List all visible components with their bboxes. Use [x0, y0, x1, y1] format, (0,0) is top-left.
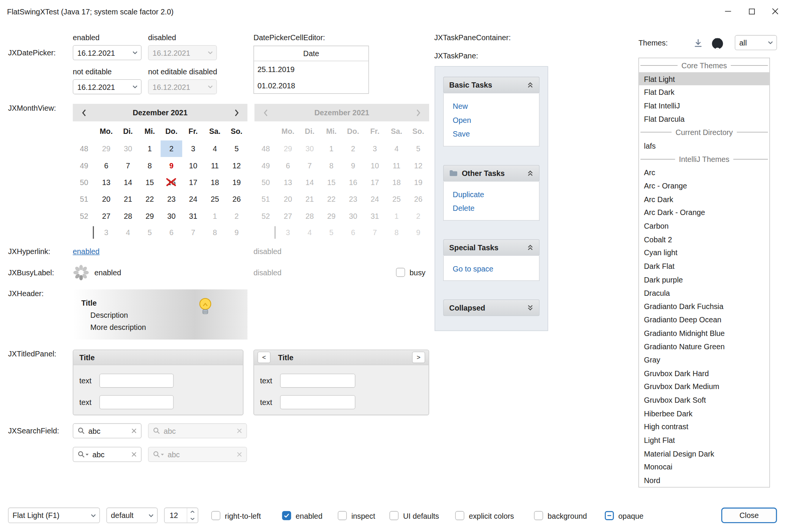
calendar-day[interactable]: 6 — [161, 224, 182, 241]
datepicker-enabled[interactable]: 16.12.2021 — [73, 45, 142, 60]
maximize-button[interactable] — [740, 0, 763, 23]
theme-list-item[interactable]: Dark Flat — [639, 259, 770, 273]
theme-list-item[interactable]: High contrast — [639, 420, 770, 433]
theme-list-item[interactable]: Flat Darcula — [639, 112, 770, 126]
github-icon[interactable] — [710, 36, 725, 51]
calendar-day[interactable]: 19 — [226, 174, 247, 191]
calendar-day[interactable]: 22 — [139, 191, 161, 207]
checkbox-box[interactable] — [389, 511, 398, 520]
theme-list-item[interactable]: Hiberbee Dark — [639, 407, 770, 420]
calendar-day[interactable]: 17 — [182, 174, 204, 191]
next-month-button[interactable] — [231, 108, 241, 118]
theme-list-item[interactable]: Dracula — [639, 286, 770, 300]
taskpane-link[interactable]: New — [444, 99, 539, 113]
calendar-day[interactable]: 2 — [161, 140, 182, 157]
theme-list-item[interactable]: Arc Dark - Orange — [639, 206, 770, 219]
theme-list-item[interactable]: Flat Light — [639, 72, 770, 85]
style-combo[interactable]: default — [106, 508, 157, 523]
clear-icon[interactable] — [132, 428, 137, 433]
calendar-day[interactable]: 29 — [95, 140, 117, 157]
calendar-day[interactable]: 28 — [117, 207, 139, 224]
checkbox-inspect[interactable]: inspect — [338, 511, 375, 520]
calendar-day[interactable]: 16 — [161, 174, 182, 191]
chevron-down-icon[interactable] — [145, 508, 157, 523]
calendar-day[interactable]: 3 — [182, 140, 204, 157]
chevron-double-up-icon[interactable] — [527, 244, 534, 250]
theme-list-item[interactable]: Carbon — [639, 219, 770, 232]
calendar-day[interactable]: 4 — [204, 140, 226, 157]
calendar-day[interactable]: 12 — [226, 157, 247, 174]
calendar-day[interactable]: 29 — [139, 207, 161, 224]
calendar-day[interactable]: 9 — [226, 224, 247, 241]
calendar-day[interactable]: 27 — [95, 207, 117, 224]
theme-list-item[interactable]: Gradianto Dark Fuchsia — [639, 300, 770, 313]
checkbox-box[interactable] — [211, 511, 220, 520]
calendar-day[interactable]: 3 — [95, 224, 117, 241]
calendar-day[interactable]: 20 — [95, 191, 117, 207]
chevron-down-icon[interactable] — [129, 80, 141, 94]
theme-list-item[interactable]: Flat Dark — [639, 85, 770, 99]
text-input[interactable] — [99, 395, 174, 409]
taskpane-header[interactable]: Collapsed — [443, 300, 540, 316]
search-input[interactable]: abc — [88, 427, 128, 435]
minimize-button[interactable] — [716, 0, 740, 23]
checkbox-box[interactable] — [282, 511, 291, 520]
search-input[interactable]: abc — [92, 450, 128, 458]
calendar-day[interactable]: 31 — [182, 207, 204, 224]
chevron-double-up-icon[interactable] — [527, 82, 534, 88]
chevron-double-up-icon[interactable] — [527, 170, 534, 176]
theme-list-item[interactable]: Dark purple — [639, 273, 770, 286]
next-button[interactable]: > — [412, 352, 425, 363]
checkbox-right-to-left[interactable]: right-to-left — [211, 511, 261, 520]
taskpane-link[interactable]: Save — [444, 127, 539, 141]
calendar-day[interactable]: 9 — [161, 157, 182, 174]
calendar-day[interactable]: 25 — [204, 191, 226, 207]
calendar-day[interactable]: 1 — [204, 207, 226, 224]
search-field-with-menu[interactable]: abc — [73, 447, 142, 462]
theme-list-item[interactable]: lafs — [639, 139, 770, 152]
taskpane-link[interactable]: Delete — [444, 201, 539, 215]
previous-button[interactable]: < — [258, 352, 271, 363]
calendar-day[interactable]: 7 — [117, 157, 139, 174]
calendar-day[interactable]: 26 — [226, 191, 247, 207]
search-menu-icon[interactable] — [78, 451, 89, 458]
chevron-down-icon[interactable] — [129, 46, 141, 60]
checkbox-enabled[interactable]: enabled — [282, 511, 322, 520]
table-row[interactable]: 25.11.2019 — [254, 61, 368, 77]
previous-month-button[interactable] — [79, 108, 89, 118]
checkbox-box[interactable] — [338, 511, 347, 520]
taskpane-header[interactable]: Basic Tasks — [443, 77, 540, 93]
theme-list-item[interactable]: Nord — [639, 474, 770, 487]
theme-list-item[interactable]: Gradianto Nature Green — [639, 340, 770, 353]
theme-list-item[interactable]: Gradianto Deep Ocean — [639, 313, 770, 326]
taskpane-header[interactable]: Other Tasks — [443, 165, 540, 182]
calendar-day[interactable]: 14 — [117, 174, 139, 191]
calendar-day[interactable]: 23 — [161, 191, 182, 207]
calendar-day[interactable]: 1 — [139, 140, 161, 157]
font-size-spinner[interactable]: 12 — [164, 508, 198, 523]
theme-list-item[interactable]: Monocai — [639, 460, 770, 474]
themes-filter-combo[interactable]: all — [735, 35, 777, 50]
theme-list-item[interactable]: Flat IntelliJ — [639, 99, 770, 112]
calendar-day[interactable]: 30 — [117, 140, 139, 157]
taskpane-link[interactable]: Open — [444, 113, 539, 127]
calendar-day[interactable]: 6 — [95, 157, 117, 174]
theme-list-item[interactable]: Gruvbox Dark Medium — [639, 380, 770, 393]
calendar-day[interactable]: 5 — [139, 224, 161, 241]
calendar-day[interactable]: 5 — [226, 140, 247, 157]
calendar-day[interactable]: 8 — [139, 157, 161, 174]
table-row[interactable]: 01.02.2018 — [254, 77, 368, 93]
theme-list-item[interactable]: Arc — [639, 166, 770, 179]
calendar-day[interactable]: 18 — [204, 174, 226, 191]
text-input[interactable] — [280, 373, 355, 388]
download-icon[interactable] — [692, 37, 705, 50]
calendar-day[interactable]: 13 — [95, 174, 117, 191]
calendar-day[interactable]: 21 — [117, 191, 139, 207]
taskpane-header[interactable]: Special Tasks — [443, 239, 540, 256]
laf-combo[interactable]: Flat Light (F1) — [8, 508, 100, 523]
clear-icon[interactable] — [132, 452, 137, 457]
theme-list-item[interactable]: Gruvbox Dark Soft — [639, 393, 770, 406]
calendar-day[interactable]: 15 — [139, 174, 161, 191]
text-input[interactable] — [280, 395, 355, 409]
checkbox-box[interactable] — [605, 511, 614, 520]
